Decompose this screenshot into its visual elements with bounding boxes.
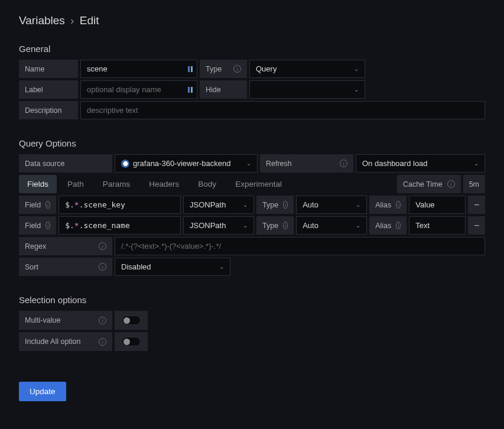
breadcrumb: Variables › Edit xyxy=(19,14,485,27)
query-tabs: Fields Path Params Headers Body Experime… xyxy=(19,175,485,193)
section-general-title: General xyxy=(19,44,485,54)
tab-experimental[interactable]: Experimental xyxy=(227,175,290,193)
label-field-type: Type i xyxy=(256,196,294,214)
field-lang-select[interactable]: JSONPath ⌄ xyxy=(183,196,254,214)
refresh-select[interactable]: On dashboard load ⌄ xyxy=(356,154,485,173)
label-field: Field i xyxy=(19,196,56,214)
breadcrumb-leaf: Edit xyxy=(80,14,99,27)
chevron-down-icon: ⌄ xyxy=(354,66,359,72)
description-input[interactable] xyxy=(80,101,485,119)
label-field: Field i xyxy=(19,216,56,235)
chevron-down-icon: ⌄ xyxy=(474,160,479,167)
remove-field-button[interactable]: − xyxy=(468,216,485,235)
tab-body[interactable]: Body xyxy=(190,175,225,193)
chevron-down-icon: ⌄ xyxy=(354,86,359,93)
field-lang-select[interactable]: JSONPath ⌄ xyxy=(183,216,254,235)
info-icon[interactable]: i xyxy=(396,201,401,209)
label-label: Label xyxy=(19,80,78,99)
info-icon[interactable]: i xyxy=(283,201,288,209)
chevron-down-icon: ⌄ xyxy=(246,160,251,167)
label-hide: Hide xyxy=(200,80,247,99)
info-icon[interactable]: i xyxy=(99,338,106,346)
field-type-select[interactable]: Auto ⌄ xyxy=(296,216,367,235)
label-description: Description xyxy=(19,101,78,119)
info-icon[interactable]: i xyxy=(99,263,106,271)
sort-select[interactable]: Disabled ⌄ xyxy=(115,258,230,276)
section-query-title: Query Options xyxy=(19,138,485,148)
remove-field-button[interactable]: − xyxy=(468,196,485,214)
info-icon[interactable]: i xyxy=(447,180,455,188)
breadcrumb-root: Variables xyxy=(19,14,65,27)
tab-params[interactable]: Params xyxy=(95,175,139,193)
tab-fields[interactable]: Fields xyxy=(19,175,57,193)
info-icon[interactable]: i xyxy=(45,201,50,209)
tab-path[interactable]: Path xyxy=(59,175,92,193)
label-name: Name xyxy=(19,60,78,78)
info-icon[interactable]: i xyxy=(45,222,50,229)
alias-input[interactable] xyxy=(409,216,466,235)
info-icon[interactable]: i xyxy=(99,317,106,324)
chevron-right-icon: › xyxy=(70,14,74,27)
datasource-icon: ⬤ xyxy=(121,160,129,168)
info-icon[interactable]: i xyxy=(99,242,106,250)
multi-value-toggle[interactable] xyxy=(122,316,141,325)
field-expr-input[interactable]: $.*.scene_name xyxy=(58,216,181,235)
regex-input[interactable] xyxy=(115,237,485,255)
label-input[interactable] xyxy=(80,80,197,99)
field-expr-input[interactable]: $.*.scene_key xyxy=(58,196,181,214)
datasource-select[interactable]: ⬤ grafana-360-viewer-backend ⌄ xyxy=(115,154,258,173)
info-icon[interactable]: i xyxy=(283,222,288,229)
alias-input[interactable] xyxy=(409,196,466,214)
label-alias: Alias i xyxy=(369,216,407,235)
chevron-down-icon: ⌄ xyxy=(243,202,248,208)
field-type-select[interactable]: Auto ⌄ xyxy=(296,196,367,214)
minus-icon: − xyxy=(474,220,479,231)
type-select[interactable]: Query ⌄ xyxy=(249,60,365,78)
update-button[interactable]: Update xyxy=(19,382,66,401)
name-input[interactable] xyxy=(80,60,197,78)
hide-select[interactable]: ⌄ xyxy=(249,80,365,99)
label-cache-time: Cache Time i xyxy=(397,175,461,193)
label-field-type: Type i xyxy=(256,216,294,235)
label-multi-value: Multi-value i xyxy=(19,311,112,330)
section-selection-title: Selection options xyxy=(19,295,485,305)
info-icon[interactable]: i xyxy=(340,160,347,167)
chevron-down-icon: ⌄ xyxy=(219,264,224,270)
label-refresh: Refresh i xyxy=(260,154,353,173)
include-all-toggle[interactable] xyxy=(122,337,141,346)
label-alias: Alias i xyxy=(369,196,407,214)
chevron-down-icon: ⌄ xyxy=(356,222,360,229)
tab-headers[interactable]: Headers xyxy=(141,175,187,193)
chevron-down-icon: ⌄ xyxy=(243,222,248,229)
label-sort: Sort i xyxy=(19,258,112,276)
label-datasource: Data source xyxy=(19,154,112,173)
info-icon[interactable]: i xyxy=(233,65,241,73)
label-type: Type i xyxy=(200,60,247,78)
minus-icon: − xyxy=(474,200,479,210)
label-regex: Regex i xyxy=(19,237,112,255)
cache-time-value[interactable]: 5m xyxy=(463,175,485,193)
info-icon[interactable]: i xyxy=(396,222,401,229)
label-include-all: Include All option i xyxy=(19,332,112,351)
chevron-down-icon: ⌄ xyxy=(356,202,360,208)
